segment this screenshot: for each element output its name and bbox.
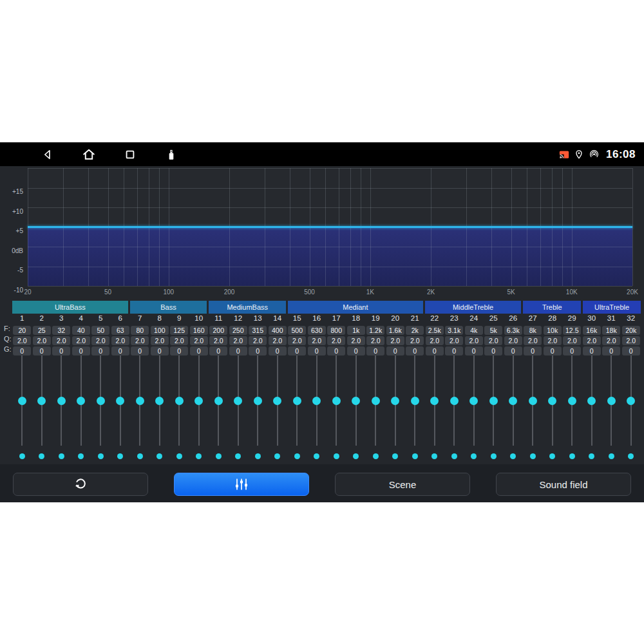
scene-button[interactable]: Scene bbox=[335, 473, 470, 496]
gain-slider[interactable] bbox=[327, 355, 346, 446]
gain-value[interactable]: 0 bbox=[131, 346, 149, 355]
slider-knob[interactable] bbox=[293, 397, 301, 405]
q-value[interactable]: 2.0 bbox=[622, 336, 640, 345]
freq-value[interactable]: 2k bbox=[406, 326, 424, 335]
slider-knob[interactable] bbox=[607, 397, 616, 405]
band-segment[interactable]: MediumBass bbox=[209, 301, 286, 314]
slider-knob[interactable] bbox=[509, 397, 517, 405]
freq-value[interactable]: 6.3k bbox=[504, 326, 522, 335]
band-segment[interactable]: Bass bbox=[130, 301, 207, 314]
gain-slider[interactable] bbox=[32, 355, 52, 446]
q-value[interactable]: 2.0 bbox=[465, 336, 483, 345]
slider-knob[interactable] bbox=[18, 397, 26, 405]
gain-value[interactable]: 0 bbox=[33, 346, 51, 355]
gain-slider[interactable] bbox=[543, 355, 563, 446]
slider-knob[interactable] bbox=[175, 397, 184, 405]
gain-value[interactable]: 0 bbox=[583, 346, 601, 355]
slider-knob[interactable] bbox=[430, 397, 439, 405]
gain-slider[interactable] bbox=[268, 355, 288, 446]
gain-value[interactable]: 0 bbox=[524, 346, 542, 355]
slider-dot[interactable] bbox=[176, 453, 182, 459]
gain-slider[interactable] bbox=[248, 355, 268, 446]
home-button[interactable] bbox=[82, 147, 96, 162]
gain-slider[interactable] bbox=[484, 355, 504, 446]
q-value[interactable]: 2.0 bbox=[269, 336, 287, 345]
slider-knob[interactable] bbox=[450, 397, 459, 405]
slider-dot[interactable] bbox=[216, 453, 222, 459]
slider-knob[interactable] bbox=[411, 397, 419, 405]
slider-dot[interactable] bbox=[117, 453, 123, 459]
gain-value[interactable]: 0 bbox=[111, 346, 129, 355]
slider-dot[interactable] bbox=[274, 453, 280, 459]
q-value[interactable]: 2.0 bbox=[190, 336, 208, 345]
slider-knob[interactable] bbox=[273, 397, 281, 405]
gain-value[interactable]: 0 bbox=[151, 346, 169, 355]
gain-value[interactable]: 0 bbox=[504, 346, 522, 355]
q-value[interactable]: 2.0 bbox=[13, 336, 31, 345]
gain-value[interactable]: 0 bbox=[327, 346, 345, 355]
band-segment[interactable]: UltraTreble bbox=[583, 301, 641, 314]
gain-value[interactable]: 0 bbox=[91, 346, 109, 355]
gain-value[interactable]: 0 bbox=[209, 346, 227, 355]
freq-value[interactable]: 20k bbox=[622, 326, 640, 335]
gain-slider[interactable] bbox=[111, 355, 131, 446]
gain-slider[interactable] bbox=[130, 355, 150, 446]
gain-slider[interactable] bbox=[52, 355, 71, 446]
slider-dot[interactable] bbox=[353, 453, 359, 459]
q-value[interactable]: 2.0 bbox=[484, 336, 502, 345]
slider-dot[interactable] bbox=[137, 453, 143, 459]
freq-value[interactable]: 12.5 bbox=[563, 326, 581, 335]
gain-value[interactable]: 0 bbox=[269, 346, 287, 355]
slider-knob[interactable] bbox=[234, 397, 242, 405]
q-value[interactable]: 2.0 bbox=[170, 336, 188, 345]
q-value[interactable]: 2.0 bbox=[426, 336, 444, 345]
gain-slider[interactable] bbox=[366, 355, 386, 446]
recents-button[interactable] bbox=[123, 147, 137, 162]
eq-plot-area[interactable] bbox=[28, 168, 632, 286]
slider-dot[interactable] bbox=[549, 453, 555, 459]
slider-knob[interactable] bbox=[194, 397, 203, 405]
band-segment[interactable]: Mediant bbox=[288, 301, 423, 314]
band-segment[interactable]: MiddleTreble bbox=[425, 301, 522, 314]
slider-dot[interactable] bbox=[156, 453, 162, 459]
slider-knob[interactable] bbox=[489, 397, 498, 405]
freq-value[interactable]: 32 bbox=[52, 326, 70, 335]
gain-slider[interactable] bbox=[12, 355, 32, 446]
gain-slider[interactable] bbox=[346, 355, 366, 446]
eq-button[interactable] bbox=[174, 473, 309, 496]
gain-value[interactable]: 0 bbox=[52, 346, 70, 355]
q-value[interactable]: 2.0 bbox=[544, 336, 562, 345]
slider-dot[interactable] bbox=[39, 453, 44, 459]
gain-slider[interactable] bbox=[209, 355, 229, 446]
slider-dot[interactable] bbox=[628, 453, 634, 459]
freq-value[interactable]: 315 bbox=[249, 326, 267, 335]
gain-slider[interactable] bbox=[229, 355, 249, 446]
gain-value[interactable]: 0 bbox=[366, 346, 384, 355]
band-segment[interactable]: Treble bbox=[523, 301, 581, 314]
slider-knob[interactable] bbox=[548, 397, 556, 405]
q-value[interactable]: 2.0 bbox=[91, 336, 109, 345]
gain-value[interactable]: 0 bbox=[563, 346, 581, 355]
gain-slider[interactable] bbox=[169, 355, 189, 446]
gain-value[interactable]: 0 bbox=[602, 346, 620, 355]
gain-slider[interactable] bbox=[189, 355, 209, 446]
freq-value[interactable]: 63 bbox=[111, 326, 129, 335]
freq-value[interactable]: 25 bbox=[33, 326, 51, 335]
gain-slider[interactable] bbox=[562, 355, 582, 446]
slider-knob[interactable] bbox=[529, 397, 537, 405]
slider-dot[interactable] bbox=[373, 453, 379, 459]
slider-dot[interactable] bbox=[196, 453, 202, 459]
gain-slider[interactable] bbox=[91, 355, 111, 446]
slider-dot[interactable] bbox=[98, 453, 104, 459]
q-value[interactable]: 2.0 bbox=[347, 336, 365, 345]
slider-knob[interactable] bbox=[214, 397, 223, 405]
freq-value[interactable]: 160 bbox=[190, 326, 208, 335]
slider-knob[interactable] bbox=[469, 397, 478, 405]
slider-knob[interactable] bbox=[155, 397, 164, 405]
q-value[interactable]: 2.0 bbox=[583, 336, 601, 345]
freq-value[interactable]: 125 bbox=[170, 326, 188, 335]
freq-value[interactable]: 16k bbox=[583, 326, 601, 335]
slider-dot[interactable] bbox=[530, 453, 536, 459]
slider-knob[interactable] bbox=[97, 397, 105, 405]
slider-dot[interactable] bbox=[78, 453, 84, 459]
